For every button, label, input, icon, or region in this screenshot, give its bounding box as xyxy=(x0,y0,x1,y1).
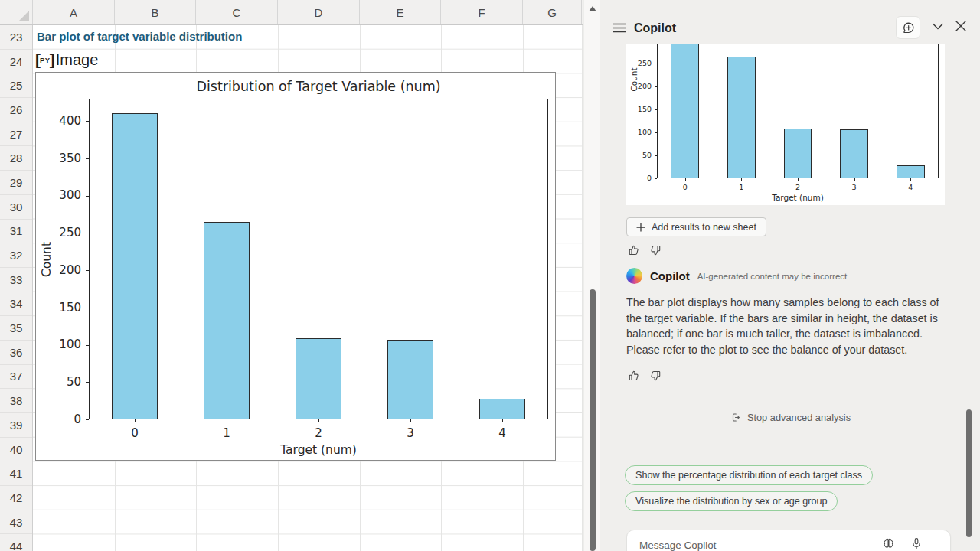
row-header-38[interactable]: 38 xyxy=(0,389,32,413)
y-tick xyxy=(655,155,657,156)
x-axis-label: Target (num) xyxy=(657,193,939,202)
bar-3 xyxy=(840,129,868,178)
close-icon[interactable] xyxy=(956,21,966,31)
copilot-logo-icon xyxy=(626,268,642,284)
row-header-25[interactable]: 25 xyxy=(0,73,32,98)
y-tick-label: 50 xyxy=(51,375,81,389)
thumbs-up-icon[interactable] xyxy=(628,244,640,256)
x-tick-label: 0 xyxy=(119,426,150,440)
attribution-name: Copilot xyxy=(650,269,690,282)
y-tick xyxy=(86,382,89,383)
x-tick xyxy=(798,178,799,181)
row-header-26[interactable]: 26 xyxy=(0,98,32,122)
row-header-32[interactable]: 32 xyxy=(0,243,32,268)
y-tick-label: 300 xyxy=(633,44,652,44)
row-header-42[interactable]: 42 xyxy=(0,486,32,510)
microphone-icon[interactable] xyxy=(910,537,923,549)
y-tick-label: 0 xyxy=(633,174,652,182)
y-tick-label: 100 xyxy=(633,128,652,136)
row-header-31[interactable]: 31 xyxy=(0,220,32,244)
row-header-33[interactable]: 33 xyxy=(0,268,32,292)
row-header-24[interactable]: 24 xyxy=(0,50,32,74)
column-header-A[interactable]: A xyxy=(33,0,115,24)
suggestion-chip[interactable]: Visualize the distribution by sex or age… xyxy=(625,491,838,511)
x-tick-label: 0 xyxy=(670,183,701,191)
bar-2 xyxy=(784,129,812,178)
row-header-35[interactable]: 35 xyxy=(0,316,32,341)
y-tick-label: 350 xyxy=(51,152,81,165)
row-header-41[interactable]: 41 xyxy=(0,461,32,486)
row-header-39[interactable]: 39 xyxy=(0,413,32,438)
chevron-down-icon[interactable] xyxy=(933,23,943,30)
x-tick-label: 3 xyxy=(839,183,870,191)
chart-title: Distribution of Target Variable (num) xyxy=(89,79,548,94)
y-tick-label: 100 xyxy=(51,337,81,351)
y-tick-label: 0 xyxy=(51,412,81,426)
y-tick-label: 200 xyxy=(51,263,81,277)
row-header-43[interactable]: 43 xyxy=(0,510,32,535)
cell-a23-text[interactable]: Bar plot of target variable distribution xyxy=(37,30,242,43)
y-tick-label: 150 xyxy=(51,301,81,315)
row-header-30[interactable]: 30 xyxy=(0,195,32,220)
row-header-36[interactable]: 36 xyxy=(0,341,32,365)
row-header-23[interactable]: 23 xyxy=(0,25,32,50)
y-tick-label: 250 xyxy=(51,226,81,240)
chart-preview-card[interactable]: 01234050100150200250300350400Target (num… xyxy=(626,44,945,205)
new-chat-button[interactable] xyxy=(896,16,920,39)
thumbs-down-icon[interactable] xyxy=(649,370,662,382)
message-input[interactable] xyxy=(639,540,854,551)
row-header-37[interactable]: 37 xyxy=(0,365,32,390)
thumbs-up-icon[interactable] xyxy=(628,370,640,382)
menu-icon[interactable] xyxy=(612,23,626,33)
y-tick xyxy=(86,419,89,420)
bar-0 xyxy=(112,113,158,419)
row-header-29[interactable]: 29 xyxy=(0,171,32,195)
embedded-chart-image[interactable]: Distribution of Target Variable (num) 01… xyxy=(35,72,556,461)
gridline xyxy=(582,25,583,551)
bar-4 xyxy=(897,165,925,178)
row-header-40[interactable]: 40 xyxy=(0,438,32,462)
sheet-vertical-scrollbar[interactable] xyxy=(583,0,600,551)
row-header-44[interactable]: 44 xyxy=(0,534,32,551)
brain-icon[interactable] xyxy=(882,537,895,550)
y-tick-label: 150 xyxy=(633,105,652,113)
copilot-scrollbar-thumb[interactable] xyxy=(966,409,972,537)
y-tick xyxy=(655,132,657,133)
sheet-scrollbar-thumb[interactable] xyxy=(590,289,596,551)
y-axis-label: Count xyxy=(40,241,54,276)
y-tick-label: 250 xyxy=(633,59,652,67)
column-header-E[interactable]: E xyxy=(360,0,441,24)
column-header-D[interactable]: D xyxy=(278,0,360,24)
bar-1 xyxy=(204,222,250,419)
scroll-up-arrow-icon[interactable] xyxy=(589,6,596,11)
x-tick xyxy=(685,178,686,181)
add-results-button[interactable]: Add results to new sheet xyxy=(626,217,766,236)
cell-a24-python-image[interactable]: [PY] Image xyxy=(35,51,98,69)
add-results-label: Add results to new sheet xyxy=(652,222,756,233)
x-tick xyxy=(502,419,503,422)
column-headers: ABCDEFG xyxy=(0,0,583,25)
row-header-28[interactable]: 28 xyxy=(0,146,32,171)
x-tick-label: 1 xyxy=(726,183,756,191)
x-tick xyxy=(741,178,742,181)
column-header-C[interactable]: C xyxy=(196,0,278,24)
select-all-triangle-icon xyxy=(18,11,29,21)
column-header-F[interactable]: F xyxy=(441,0,523,24)
copilot-header: Copilot xyxy=(600,0,980,43)
y-tick-label: 50 xyxy=(633,151,652,159)
python-icon-label: PY xyxy=(40,56,51,64)
image-cell-label: Image xyxy=(56,51,99,69)
row-header-34[interactable]: 34 xyxy=(0,292,32,317)
stop-label: Stop advanced analysis xyxy=(747,412,851,423)
row-header-27[interactable]: 27 xyxy=(0,122,32,147)
bar-1 xyxy=(727,57,756,178)
select-all-corner[interactable] xyxy=(0,0,33,24)
x-tick xyxy=(410,419,411,422)
stop-advanced-analysis-button[interactable]: Stop advanced analysis xyxy=(600,412,980,423)
bar-0 xyxy=(671,44,699,178)
suggestion-chip[interactable]: Show the percentage distribution of each… xyxy=(625,465,873,485)
column-header-B[interactable]: B xyxy=(115,0,196,24)
column-header-G[interactable]: G xyxy=(523,0,582,24)
exit-arrow-icon xyxy=(730,412,741,423)
thumbs-down-icon[interactable] xyxy=(649,244,662,256)
